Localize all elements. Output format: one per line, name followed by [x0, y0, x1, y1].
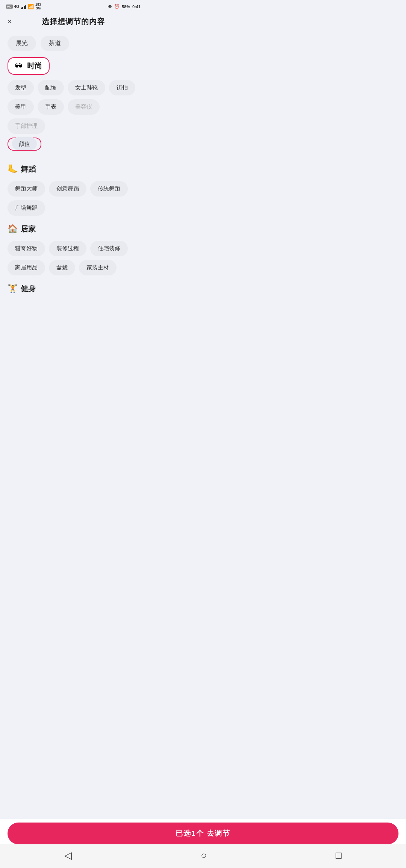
tag-potplant[interactable]: 盆栽: [49, 260, 75, 275]
fitness-icon: 🏋: [8, 284, 18, 293]
category-fashion: 🕶 时尚 发型 配饰 女士鞋靴 街拍 美甲 手表 美容仪 手部护理 颜值: [8, 57, 139, 156]
dance-tags-row2: 广场舞蹈: [8, 200, 139, 216]
tag-accessories[interactable]: 配饰: [38, 80, 64, 95]
tag-squaredance[interactable]: 广场舞蹈: [8, 200, 45, 216]
dance-tags-row1: 舞蹈大师 创意舞蹈 传统舞蹈: [8, 181, 139, 197]
category-home: 🏠 居家 猎奇好物 装修过程 住宅装修 家居用品 盆栽 家装主材: [8, 220, 139, 275]
tag-residential[interactable]: 住宅装修: [90, 241, 128, 256]
pill-exhibition[interactable]: 展览: [8, 36, 36, 51]
tag-yanvalue[interactable]: 颜值: [12, 137, 37, 150]
tag-homegoods[interactable]: 家居用品: [8, 260, 45, 275]
tag-hairstyle[interactable]: 发型: [8, 80, 34, 95]
signal-4g: 4G: [14, 5, 19, 9]
tag-handcare[interactable]: 手部护理: [8, 118, 45, 134]
fitness-label: 健身: [21, 284, 36, 294]
status-bar: HD 4G 📶 153B/s 👁 ⏰ 58% 9:41: [0, 0, 147, 12]
category-dance: 🦶 舞蹈 舞蹈大师 创意舞蹈 传统舞蹈 广场舞蹈: [8, 160, 139, 216]
tag-traditionaldance[interactable]: 传统舞蹈: [90, 181, 128, 197]
home-label: 居家: [21, 224, 36, 234]
hd-badge: HD: [6, 5, 13, 9]
category-home-header[interactable]: 🏠 居家: [8, 220, 36, 238]
tag-shoes[interactable]: 女士鞋靴: [68, 80, 105, 95]
tag-curiosity[interactable]: 猎奇好物: [8, 241, 45, 256]
yanvalue-container: 颜值: [8, 138, 41, 151]
time-text: 9:41: [132, 5, 141, 9]
battery-text: 58%: [122, 5, 130, 9]
status-right: 👁 ⏰ 58% 9:41: [108, 4, 141, 9]
category-fitness: 🏋 健身: [8, 280, 139, 301]
page-title: 选择想调节的内容: [42, 17, 105, 27]
pill-tea[interactable]: 茶道: [41, 36, 69, 51]
alarm-icon: ⏰: [114, 4, 120, 9]
close-button[interactable]: ×: [8, 18, 12, 25]
fashion-tags-row2: 美甲 手表 美容仪 手部护理: [8, 99, 139, 134]
tag-nailart[interactable]: 美甲: [8, 99, 34, 115]
tag-renovation[interactable]: 装修过程: [49, 241, 86, 256]
tag-materials[interactable]: 家装主材: [79, 260, 117, 275]
fashion-tags-row1: 发型 配饰 女士鞋靴 街拍: [8, 80, 139, 95]
category-fashion-header[interactable]: 🕶 时尚: [8, 57, 50, 75]
page-header: × 选择想调节的内容: [0, 12, 147, 33]
fashion-label: 时尚: [27, 62, 42, 70]
tag-watch[interactable]: 手表: [38, 99, 64, 115]
signal-bars: [21, 5, 26, 9]
tag-streetphoto[interactable]: 街拍: [109, 80, 135, 95]
fashion-icon: 🕶: [15, 62, 23, 70]
tag-creativedance[interactable]: 创意舞蹈: [49, 181, 86, 197]
wifi-icon: 📶: [28, 4, 34, 9]
dance-icon: 🦶: [8, 164, 18, 174]
top-pills-row: 展览 茶道: [8, 36, 139, 51]
eye-icon: 👁: [108, 5, 112, 9]
dance-label: 舞蹈: [21, 164, 36, 174]
category-fitness-header[interactable]: 🏋 健身: [8, 280, 36, 298]
tag-dancemaster[interactable]: 舞蹈大师: [8, 181, 45, 197]
tag-beautymachine[interactable]: 美容仪: [68, 99, 100, 115]
home-tags-row2: 家居用品 盆栽 家装主材: [8, 260, 139, 275]
home-icon: 🏠: [8, 224, 18, 234]
home-tags-row1: 猎奇好物 装修过程 住宅装修: [8, 241, 139, 256]
content-area: 展览 茶道 🕶 时尚 发型 配饰 女士鞋靴 街拍 美甲 手表 美容仪 手部护理 …: [0, 33, 147, 343]
speed-text: 153B/s: [35, 3, 41, 11]
status-left: HD 4G 📶 153B/s: [6, 3, 41, 11]
category-dance-header[interactable]: 🦶 舞蹈: [8, 160, 36, 178]
